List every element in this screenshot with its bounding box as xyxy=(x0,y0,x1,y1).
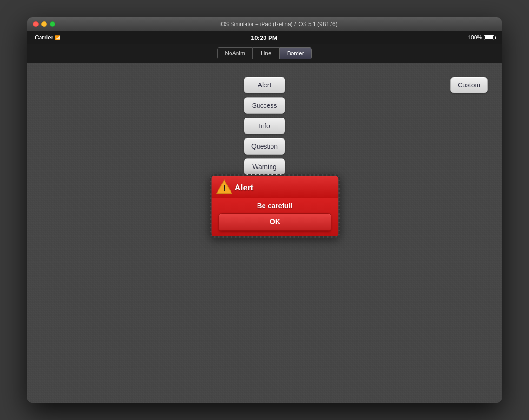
mac-window: iOS Simulator – iPad (Retina) / iOS 5.1 … xyxy=(27,17,502,403)
tab-line[interactable]: Line xyxy=(253,47,279,59)
svg-text:!: ! xyxy=(223,184,225,193)
ios-status-bar: Carrier 📶 10:20 PM 100% xyxy=(27,31,502,44)
ios-content: Alert Success Info Question Warning Cust… xyxy=(27,63,502,403)
alert-button[interactable]: Alert xyxy=(244,77,285,93)
close-button[interactable] xyxy=(33,21,39,27)
info-button[interactable]: Info xyxy=(244,118,285,134)
alert-header: ! Alert xyxy=(211,176,338,198)
traffic-lights xyxy=(33,21,55,27)
success-button[interactable]: Success xyxy=(244,97,285,114)
segmented-control: NoAnim Line Border xyxy=(27,44,502,63)
minimize-button[interactable] xyxy=(41,21,47,27)
battery-area: 100% xyxy=(468,34,494,41)
warning-button[interactable]: Warning xyxy=(244,158,285,175)
alert-message: Be careful! xyxy=(218,202,331,210)
alert-title: Alert xyxy=(234,183,253,193)
battery-icon xyxy=(484,35,494,40)
question-button[interactable]: Question xyxy=(244,138,285,155)
window-title: iOS Simulator – iPad (Retina) / iOS 5.1 … xyxy=(61,21,496,27)
wifi-icon: 📶 xyxy=(55,35,60,40)
tab-noanim[interactable]: NoAnim xyxy=(217,47,253,59)
tab-border[interactable]: Border xyxy=(279,47,312,59)
alert-popup: ! Alert Be careful! OK xyxy=(210,174,340,238)
carrier-label: Carrier 📶 xyxy=(35,34,60,41)
custom-button[interactable]: Custom xyxy=(450,77,488,93)
buttons-column: Alert Success Info Question Warning xyxy=(244,77,285,175)
battery-percent: 100% xyxy=(468,34,482,41)
title-bar: iOS Simulator – iPad (Retina) / iOS 5.1 … xyxy=(27,17,502,31)
alert-ok-button[interactable]: OK xyxy=(218,213,331,231)
alert-body: Be careful! OK xyxy=(211,198,338,236)
maximize-button[interactable] xyxy=(50,21,55,27)
status-time: 10:20 PM xyxy=(60,34,468,41)
warning-triangle-icon: ! xyxy=(216,178,232,195)
